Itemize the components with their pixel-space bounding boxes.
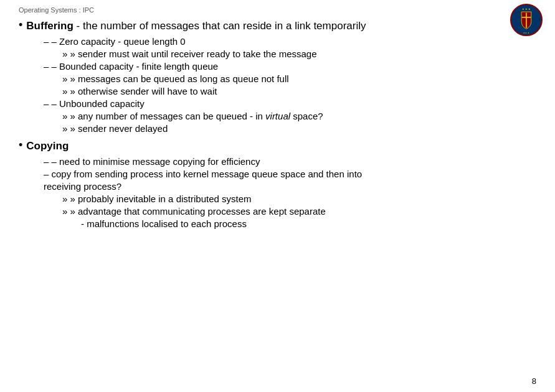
copying-line2: – copy from sending process into kernel … xyxy=(44,169,536,179)
unbounded-capacity-label: – Unbounded capacity xyxy=(44,98,536,109)
virtual-italic: virtual xyxy=(265,111,290,121)
svg-text:★ ★ ★: ★ ★ ★ xyxy=(522,7,531,11)
bullet-dot-buffering: • xyxy=(19,19,22,32)
bounded-capacity-label: – Bounded capacity - finite length queue xyxy=(44,61,536,72)
bounded-capacity-sub1: » messages can be queued as long as queu… xyxy=(62,73,536,84)
unbounded-capacity-sub1: » any number of messages can be queued -… xyxy=(62,111,536,121)
svg-text:★ ★ ★: ★ ★ ★ xyxy=(523,32,530,34)
copying-line1: – need to minimise message copying for e… xyxy=(44,156,536,167)
page-number: 8 xyxy=(532,376,536,386)
university-logo: ★ ★ ★ ★ ★ ★ xyxy=(510,4,543,36)
buffering-section: • Buffering - the number of messages tha… xyxy=(19,20,536,32)
copying-section: • Copying xyxy=(19,140,536,152)
zero-capacity-label: – Zero capacity - queue length 0 xyxy=(44,36,536,47)
copying-sub3: - malfunctions localised to each process xyxy=(81,218,536,229)
main-content: • Buffering - the number of messages tha… xyxy=(19,20,536,229)
copying-sub2: » advantage that communicating processes… xyxy=(62,206,536,217)
page-container: Operating Systems : IPC ★ ★ ★ ★ ★ ★ • Bu… xyxy=(0,0,555,392)
buffering-text: Buffering - the number of messages that … xyxy=(26,20,366,32)
bounded-capacity-sub2: » otherwise sender will have to wait xyxy=(62,86,536,96)
copying-text: Copying xyxy=(26,140,69,152)
copying-sub1: » probably inevitable in a distributed s… xyxy=(62,194,536,204)
copying-line2b: receiving process? xyxy=(44,181,536,192)
zero-capacity-sub: » sender must wait until receiver ready … xyxy=(62,49,536,59)
buffering-description: - the number of messages that can reside… xyxy=(77,20,366,32)
buffering-bold: Buffering xyxy=(26,20,74,32)
header-title: Operating Systems : IPC xyxy=(19,6,94,14)
page-header: Operating Systems : IPC xyxy=(19,6,536,14)
bullet-dot-copying: • xyxy=(19,139,22,152)
unbounded-capacity-sub2: » sender never delayed xyxy=(62,123,536,134)
